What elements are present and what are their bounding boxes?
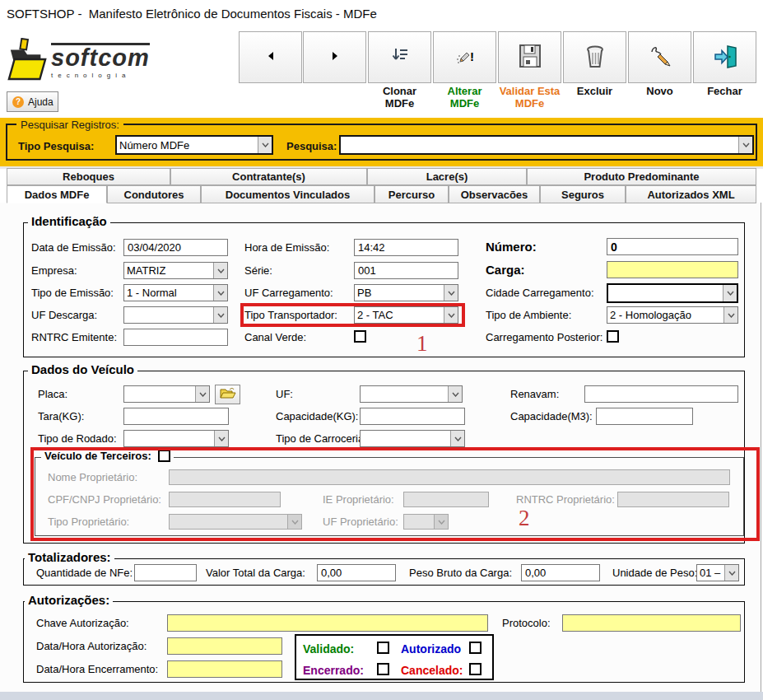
window-title: SOFTSHOP - Manifesto Eletrônico de Docum… (7, 7, 377, 21)
ie-proprietario-input (403, 492, 489, 507)
protocolo-label: Protocolo: (502, 614, 551, 632)
dh-autorizacao-input[interactable] (167, 637, 282, 655)
peso-bruto-input[interactable]: 0,00 (521, 564, 600, 581)
excluir-button-label: Excluir (563, 86, 626, 98)
autorizado-checkbox[interactable] (469, 642, 482, 654)
qtd-nfe-input[interactable] (134, 564, 197, 581)
carga-input[interactable] (607, 261, 738, 278)
dh-encerramento-input[interactable] (167, 660, 282, 678)
uf-descarga-label: UF Descarga: (31, 306, 97, 324)
encerrado-checkbox[interactable] (377, 663, 389, 675)
peso-bruto-label: Peso Bruto da Carga: (409, 564, 512, 581)
validar-mdfe-button[interactable] (498, 31, 561, 83)
tipo-proprietario-label: Tipo Proprietário: (48, 513, 129, 530)
clonar-mdfe-button[interactable] (368, 31, 431, 83)
chave-autorizacao-input[interactable] (167, 614, 488, 632)
logo-tagline-text: tecnologia (51, 72, 150, 79)
ie-proprietario-label: IE Proprietário: (323, 491, 394, 508)
tipo-pesquisa-label: Tipo Pesquisa: (18, 137, 94, 156)
pesquisa-label: Pesquisa: (286, 137, 337, 156)
chevron-down-icon (444, 307, 458, 323)
unidade-peso-select[interactable]: 01 – (696, 564, 739, 581)
empresa-select[interactable]: MATRIZ (123, 262, 228, 279)
tab-condutores[interactable]: Condutores (107, 185, 201, 203)
qtd-nfe-label: Quantidade de NFe: (36, 564, 133, 581)
mdfe-window: SOFTSHOP - Manifesto Eletrônico de Docum… (0, 0, 763, 700)
tab-reboques[interactable]: Reboques (7, 168, 170, 185)
cidade-carregamento-label: Cidade Carregamento: (486, 284, 594, 301)
tab-documentos-vinculados[interactable]: Documentos Vinculados (201, 185, 375, 203)
pesquisa-select[interactable] (339, 135, 754, 155)
dh-encerramento-label: Data/Hora Encerramento: (36, 660, 158, 678)
prev-record-button[interactable] (239, 31, 302, 83)
chevron-down-icon (444, 285, 458, 301)
tipo-ambiente-select[interactable]: 2 - Homologação (607, 306, 738, 324)
tipo-emissao-select[interactable]: 1 - Normal (123, 284, 228, 301)
help-button-label: Ajuda (28, 96, 54, 108)
carregamento-posterior-checkbox[interactable] (607, 330, 619, 343)
tipo-pesquisa-select[interactable]: Número MDFe (115, 135, 273, 155)
tab-autorizados-xml[interactable]: Autorizados XML (626, 185, 756, 203)
veiculo-title: Dados do Veículo (28, 362, 137, 376)
uf-veiculo-select[interactable] (360, 385, 463, 403)
capacidade-kg-input[interactable] (360, 408, 465, 425)
chevron-down-icon (195, 386, 209, 402)
tipo-carroceria-select[interactable] (360, 430, 465, 447)
veiculo-terceiros-title: Veículo de Terceiros: (44, 450, 151, 462)
chevron-down-icon (448, 386, 462, 402)
serie-input[interactable]: 001 (354, 262, 458, 279)
renavam-input[interactable] (584, 385, 738, 403)
clonar-button-label: Clonar MDFe (368, 86, 431, 110)
data-emissao-label: Data de Emissão: (31, 239, 116, 256)
numero-input[interactable]: 0 (607, 238, 738, 255)
tab-seguros[interactable]: Seguros (540, 185, 626, 203)
folder-logo-icon (7, 35, 48, 86)
serie-label: Série: (244, 262, 272, 279)
uf-carregamento-label: UF Carregamento: (244, 284, 333, 301)
unidade-peso-label: Unidade de Peso: (612, 564, 697, 581)
tipo-transportador-label: Tipo Transportador: (244, 306, 337, 324)
rntrc-proprietario-input (617, 492, 729, 507)
uf-veiculo-label: UF: (276, 385, 293, 403)
cidade-carregamento-select[interactable] (607, 283, 738, 303)
tipo-carroceria-label: Tipo de Carroceria: (276, 430, 367, 447)
uf-carregamento-select[interactable]: PB (354, 284, 458, 301)
help-button[interactable]: ? Ajuda (7, 91, 58, 112)
alterar-mdfe-button[interactable]: ! (433, 31, 496, 83)
novo-button[interactable] (628, 31, 691, 83)
veiculo-terceiros-checkbox[interactable] (158, 450, 170, 462)
next-record-button[interactable] (303, 31, 366, 83)
tab-contratantes[interactable]: Contratante(s) (170, 168, 367, 185)
tab-produto-predominante[interactable]: Produto Predominante (527, 168, 756, 185)
tab-percurso[interactable]: Percurso (375, 185, 449, 203)
rntrc-emitente-input[interactable] (123, 329, 228, 346)
protocolo-input[interactable] (562, 614, 741, 632)
edit-pencil-icon: ! (454, 45, 476, 70)
capacidade-m3-input[interactable] (596, 408, 693, 425)
tab-observacoes[interactable]: Observacões (449, 185, 540, 203)
excluir-button[interactable] (563, 31, 626, 83)
tipo-rodado-select[interactable] (123, 430, 229, 447)
validado-checkbox[interactable] (377, 642, 389, 654)
uf-descarga-select[interactable] (123, 306, 228, 324)
valor-total-input[interactable]: 0,00 (317, 564, 396, 581)
tipo-transportador-select[interactable]: 2 - TAC (354, 306, 458, 324)
open-folder-icon (220, 387, 236, 403)
chevron-down-icon (724, 565, 738, 581)
bottom-strip (0, 692, 763, 700)
capacidade-m3-label: Capacidade(M3): (510, 408, 593, 425)
tab-dados-mdfe[interactable]: Dados MDFe (7, 185, 107, 203)
autorizado-label: Autorizado (401, 642, 461, 656)
hora-emissao-input[interactable]: 14:42 (354, 239, 458, 256)
tara-input[interactable] (123, 408, 229, 425)
canal-verde-checkbox[interactable] (354, 330, 366, 343)
uf-proprietario-label: UF Proprietário: (323, 513, 398, 530)
cancelado-checkbox[interactable] (469, 663, 482, 675)
veiculo-terceiros-header: Veículo de Terceiros: (41, 450, 174, 462)
tab-lacres[interactable]: Lacre(s) (367, 168, 527, 185)
data-emissao-input[interactable]: 03/04/2020 (123, 239, 228, 256)
chevron-down-icon (287, 515, 301, 529)
placa-select[interactable] (123, 385, 210, 403)
placa-browse-button[interactable] (215, 385, 240, 404)
fechar-button[interactable] (693, 31, 756, 83)
